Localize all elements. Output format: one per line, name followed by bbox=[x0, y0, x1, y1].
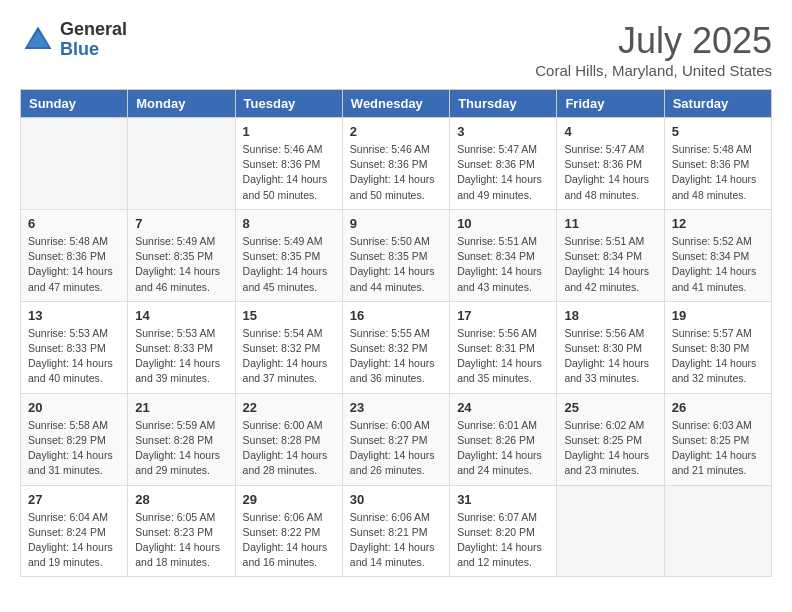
week-row-1: 6Sunrise: 5:48 AMSunset: 8:36 PMDaylight… bbox=[21, 209, 772, 301]
logo-blue: Blue bbox=[60, 40, 127, 60]
day-number: 14 bbox=[135, 308, 227, 323]
day-info: Sunrise: 6:03 AMSunset: 8:25 PMDaylight:… bbox=[672, 418, 764, 479]
day-info: Sunrise: 5:56 AMSunset: 8:31 PMDaylight:… bbox=[457, 326, 549, 387]
calendar-cell: 5Sunrise: 5:48 AMSunset: 8:36 PMDaylight… bbox=[664, 118, 771, 210]
calendar-cell bbox=[21, 118, 128, 210]
calendar-cell: 6Sunrise: 5:48 AMSunset: 8:36 PMDaylight… bbox=[21, 209, 128, 301]
day-number: 30 bbox=[350, 492, 442, 507]
day-number: 22 bbox=[243, 400, 335, 415]
calendar-cell: 4Sunrise: 5:47 AMSunset: 8:36 PMDaylight… bbox=[557, 118, 664, 210]
day-number: 29 bbox=[243, 492, 335, 507]
week-row-3: 20Sunrise: 5:58 AMSunset: 8:29 PMDayligh… bbox=[21, 393, 772, 485]
day-info: Sunrise: 5:46 AMSunset: 8:36 PMDaylight:… bbox=[243, 142, 335, 203]
day-number: 4 bbox=[564, 124, 656, 139]
day-number: 7 bbox=[135, 216, 227, 231]
day-info: Sunrise: 5:47 AMSunset: 8:36 PMDaylight:… bbox=[457, 142, 549, 203]
day-number: 21 bbox=[135, 400, 227, 415]
calendar-cell: 13Sunrise: 5:53 AMSunset: 8:33 PMDayligh… bbox=[21, 301, 128, 393]
calendar-cell: 17Sunrise: 5:56 AMSunset: 8:31 PMDayligh… bbox=[450, 301, 557, 393]
day-number: 11 bbox=[564, 216, 656, 231]
header-row: SundayMondayTuesdayWednesdayThursdayFrid… bbox=[21, 90, 772, 118]
month-year: July 2025 bbox=[535, 20, 772, 62]
calendar-cell: 31Sunrise: 6:07 AMSunset: 8:20 PMDayligh… bbox=[450, 485, 557, 577]
location: Coral Hills, Maryland, United States bbox=[535, 62, 772, 79]
day-info: Sunrise: 5:52 AMSunset: 8:34 PMDaylight:… bbox=[672, 234, 764, 295]
calendar-cell bbox=[128, 118, 235, 210]
calendar-cell: 23Sunrise: 6:00 AMSunset: 8:27 PMDayligh… bbox=[342, 393, 449, 485]
day-info: Sunrise: 6:02 AMSunset: 8:25 PMDaylight:… bbox=[564, 418, 656, 479]
day-number: 17 bbox=[457, 308, 549, 323]
header-day-monday: Monday bbox=[128, 90, 235, 118]
day-info: Sunrise: 5:47 AMSunset: 8:36 PMDaylight:… bbox=[564, 142, 656, 203]
day-number: 27 bbox=[28, 492, 120, 507]
day-number: 1 bbox=[243, 124, 335, 139]
calendar-cell: 7Sunrise: 5:49 AMSunset: 8:35 PMDaylight… bbox=[128, 209, 235, 301]
calendar-cell: 8Sunrise: 5:49 AMSunset: 8:35 PMDaylight… bbox=[235, 209, 342, 301]
logo-icon bbox=[20, 22, 56, 58]
day-info: Sunrise: 5:46 AMSunset: 8:36 PMDaylight:… bbox=[350, 142, 442, 203]
day-info: Sunrise: 5:51 AMSunset: 8:34 PMDaylight:… bbox=[457, 234, 549, 295]
day-number: 26 bbox=[672, 400, 764, 415]
day-number: 5 bbox=[672, 124, 764, 139]
day-info: Sunrise: 5:59 AMSunset: 8:28 PMDaylight:… bbox=[135, 418, 227, 479]
day-info: Sunrise: 5:57 AMSunset: 8:30 PMDaylight:… bbox=[672, 326, 764, 387]
week-row-2: 13Sunrise: 5:53 AMSunset: 8:33 PMDayligh… bbox=[21, 301, 772, 393]
day-number: 28 bbox=[135, 492, 227, 507]
day-info: Sunrise: 6:04 AMSunset: 8:24 PMDaylight:… bbox=[28, 510, 120, 571]
header-day-sunday: Sunday bbox=[21, 90, 128, 118]
calendar-cell: 30Sunrise: 6:06 AMSunset: 8:21 PMDayligh… bbox=[342, 485, 449, 577]
day-number: 10 bbox=[457, 216, 549, 231]
day-number: 18 bbox=[564, 308, 656, 323]
day-number: 8 bbox=[243, 216, 335, 231]
day-info: Sunrise: 5:53 AMSunset: 8:33 PMDaylight:… bbox=[135, 326, 227, 387]
day-number: 25 bbox=[564, 400, 656, 415]
day-info: Sunrise: 5:50 AMSunset: 8:35 PMDaylight:… bbox=[350, 234, 442, 295]
day-number: 19 bbox=[672, 308, 764, 323]
logo-general: General bbox=[60, 20, 127, 40]
calendar-cell: 28Sunrise: 6:05 AMSunset: 8:23 PMDayligh… bbox=[128, 485, 235, 577]
calendar-cell: 9Sunrise: 5:50 AMSunset: 8:35 PMDaylight… bbox=[342, 209, 449, 301]
calendar-cell: 2Sunrise: 5:46 AMSunset: 8:36 PMDaylight… bbox=[342, 118, 449, 210]
calendar-cell: 25Sunrise: 6:02 AMSunset: 8:25 PMDayligh… bbox=[557, 393, 664, 485]
day-info: Sunrise: 5:55 AMSunset: 8:32 PMDaylight:… bbox=[350, 326, 442, 387]
day-info: Sunrise: 6:00 AMSunset: 8:28 PMDaylight:… bbox=[243, 418, 335, 479]
day-info: Sunrise: 5:56 AMSunset: 8:30 PMDaylight:… bbox=[564, 326, 656, 387]
day-number: 16 bbox=[350, 308, 442, 323]
calendar-body: 1Sunrise: 5:46 AMSunset: 8:36 PMDaylight… bbox=[21, 118, 772, 577]
day-info: Sunrise: 5:58 AMSunset: 8:29 PMDaylight:… bbox=[28, 418, 120, 479]
calendar-cell: 20Sunrise: 5:58 AMSunset: 8:29 PMDayligh… bbox=[21, 393, 128, 485]
day-info: Sunrise: 5:53 AMSunset: 8:33 PMDaylight:… bbox=[28, 326, 120, 387]
calendar-cell: 24Sunrise: 6:01 AMSunset: 8:26 PMDayligh… bbox=[450, 393, 557, 485]
calendar-cell: 11Sunrise: 5:51 AMSunset: 8:34 PMDayligh… bbox=[557, 209, 664, 301]
calendar-cell: 26Sunrise: 6:03 AMSunset: 8:25 PMDayligh… bbox=[664, 393, 771, 485]
header-day-saturday: Saturday bbox=[664, 90, 771, 118]
page-header: General Blue July 2025 Coral Hills, Mary… bbox=[20, 20, 772, 79]
header-day-wednesday: Wednesday bbox=[342, 90, 449, 118]
day-number: 12 bbox=[672, 216, 764, 231]
header-day-friday: Friday bbox=[557, 90, 664, 118]
day-info: Sunrise: 5:54 AMSunset: 8:32 PMDaylight:… bbox=[243, 326, 335, 387]
day-number: 23 bbox=[350, 400, 442, 415]
calendar-header: SundayMondayTuesdayWednesdayThursdayFrid… bbox=[21, 90, 772, 118]
calendar-table: SundayMondayTuesdayWednesdayThursdayFrid… bbox=[20, 89, 772, 577]
day-number: 6 bbox=[28, 216, 120, 231]
logo: General Blue bbox=[20, 20, 127, 60]
day-number: 31 bbox=[457, 492, 549, 507]
day-number: 15 bbox=[243, 308, 335, 323]
calendar-cell: 19Sunrise: 5:57 AMSunset: 8:30 PMDayligh… bbox=[664, 301, 771, 393]
day-number: 24 bbox=[457, 400, 549, 415]
day-info: Sunrise: 6:07 AMSunset: 8:20 PMDaylight:… bbox=[457, 510, 549, 571]
day-info: Sunrise: 6:06 AMSunset: 8:22 PMDaylight:… bbox=[243, 510, 335, 571]
calendar-cell: 29Sunrise: 6:06 AMSunset: 8:22 PMDayligh… bbox=[235, 485, 342, 577]
title-block: July 2025 Coral Hills, Maryland, United … bbox=[535, 20, 772, 79]
calendar-cell bbox=[557, 485, 664, 577]
calendar-cell: 3Sunrise: 5:47 AMSunset: 8:36 PMDaylight… bbox=[450, 118, 557, 210]
week-row-4: 27Sunrise: 6:04 AMSunset: 8:24 PMDayligh… bbox=[21, 485, 772, 577]
day-info: Sunrise: 6:06 AMSunset: 8:21 PMDaylight:… bbox=[350, 510, 442, 571]
calendar-cell: 21Sunrise: 5:59 AMSunset: 8:28 PMDayligh… bbox=[128, 393, 235, 485]
day-info: Sunrise: 5:49 AMSunset: 8:35 PMDaylight:… bbox=[243, 234, 335, 295]
calendar-cell: 12Sunrise: 5:52 AMSunset: 8:34 PMDayligh… bbox=[664, 209, 771, 301]
header-day-thursday: Thursday bbox=[450, 90, 557, 118]
day-info: Sunrise: 5:48 AMSunset: 8:36 PMDaylight:… bbox=[28, 234, 120, 295]
calendar-cell bbox=[664, 485, 771, 577]
